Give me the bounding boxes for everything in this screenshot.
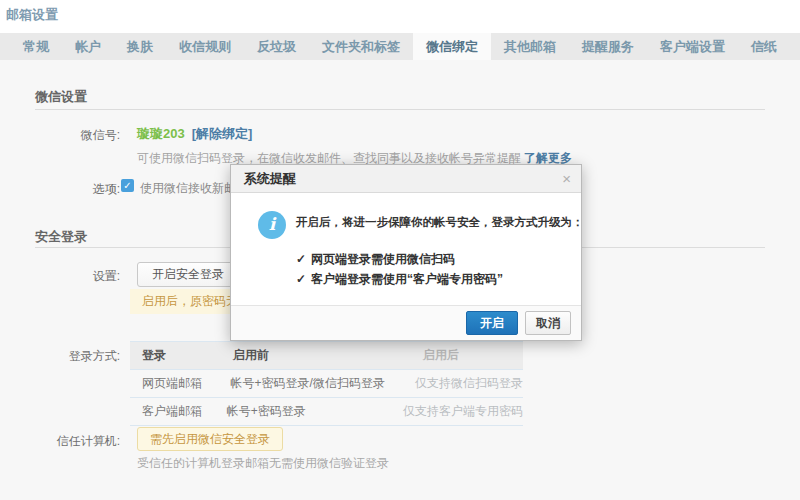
page-title: 邮箱设置 [6,6,58,24]
info-icon: i [258,211,286,239]
dialog-message: 开启后，将进一步保障你的帐号安全，登录方式升级为： [296,215,584,230]
tab-general[interactable]: 常规 [10,33,62,60]
options-label: 选项: [0,181,120,198]
table-cell: 网页端邮箱 [130,370,219,397]
table-header-after: 启用后 [411,342,523,369]
wechat-nickname: 璇璇203 [137,126,185,141]
settings-label: 设置: [0,268,120,285]
wechat-section-title: 微信设置 [35,88,87,106]
wechat-account-value: 璇璇203[解除绑定] [137,125,252,143]
mail-settings-page: 邮箱设置 常规 帐户 换肤 收信规则 反垃圾 文件夹和标签 微信绑定 其他邮箱 … [0,0,800,500]
cancel-button[interactable]: 取消 [525,311,571,335]
tab-folders-labels[interactable]: 文件夹和标签 [309,33,413,60]
table-cell: 客户端邮箱 [130,398,215,425]
security-section-title: 安全登录 [35,228,87,246]
dialog-point-text: 客户端登录需使用“客户端专用密码” [311,272,503,286]
tab-reminder-service[interactable]: 提醒服务 [569,33,647,60]
table-row: 网页端邮箱 帐号+密码登录/微信扫码登录 仅支持微信扫码登录 [130,370,523,398]
table-cell: 帐号+密码登录 [215,398,391,425]
section-divider [35,109,765,110]
unbind-link[interactable]: [解除绑定] [192,126,253,141]
dialog-point: ✓网页端登录需使用微信扫码 [296,251,455,268]
table-header-row: 登录 启用前 启用后 [130,342,523,370]
dialog-body: i 开启后，将进一步保障你的帐号安全，登录方式升级为： ✓网页端登录需使用微信扫… [231,193,581,305]
trusted-computer-button[interactable]: 需先启用微信安全登录 [137,427,283,451]
dialog-title: 系统提醒 [244,171,296,186]
table-cell: 仅支持客户端专用密码 [391,398,523,425]
dialog-point-text: 网页端登录需使用微信扫码 [311,252,455,266]
tab-antispam[interactable]: 反垃圾 [244,33,309,60]
tab-other-mailboxes[interactable]: 其他邮箱 [491,33,569,60]
enable-secure-login-button[interactable]: 开启安全登录 [137,262,239,287]
wechat-account-label: 微信号: [0,127,120,144]
system-prompt-dialog: 系统提醒 × i 开启后，将进一步保障你的帐号安全，登录方式升级为： ✓网页端登… [230,164,582,341]
confirm-button[interactable]: 开启 [466,311,518,335]
trusted-computer-description: 受信任的计算机登录邮箱无需使用微信验证登录 [137,455,389,472]
table-header-before: 启用前 [221,342,411,369]
table-header-login: 登录 [130,342,221,369]
login-method-label: 登录方式: [0,348,120,365]
tab-stationery[interactable]: 信纸 [738,33,790,60]
tab-account[interactable]: 帐户 [62,33,114,60]
check-icon: ✓ [296,252,306,266]
login-method-table: 登录 启用前 启用后 网页端邮箱 帐号+密码登录/微信扫码登录 仅支持微信扫码登… [130,341,523,426]
table-cell: 帐号+密码登录/微信扫码登录 [219,370,403,397]
tab-wechat-binding[interactable]: 微信绑定 [413,33,491,60]
tab-mail-rules[interactable]: 收信规则 [166,33,244,60]
trusted-computer-label: 信任计算机: [0,433,120,450]
table-row: 客户端邮箱 帐号+密码登录 仅支持客户端专用密码 [130,398,523,426]
dialog-footer: 开启 取消 [231,305,581,340]
tab-client-settings[interactable]: 客户端设置 [647,33,738,60]
wechat-description-text: 可使用微信扫码登录，在微信收发邮件、查找同事以及接收帐号异常提醒 [137,151,521,165]
table-cell: 仅支持微信扫码登录 [403,370,523,397]
dialog-point: ✓客户端登录需使用“客户端专用密码” [296,271,503,288]
check-icon: ✓ [296,272,306,286]
settings-tabbar: 常规 帐户 换肤 收信规则 反垃圾 文件夹和标签 微信绑定 其他邮箱 提醒服务 … [0,33,800,60]
wechat-notify-checkbox[interactable]: ✓ [121,179,134,192]
tab-skin[interactable]: 换肤 [114,33,166,60]
dialog-header: 系统提醒 × [231,165,581,193]
learn-more-link[interactable]: 了解更多 [524,151,572,165]
close-icon[interactable]: × [562,165,571,192]
